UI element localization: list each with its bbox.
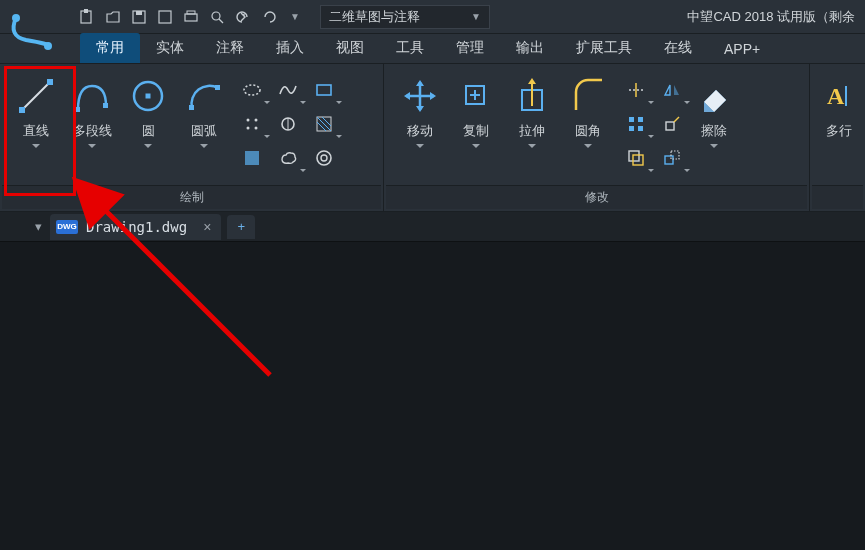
svg-rect-15 bbox=[103, 103, 108, 108]
doctab-list-dropdown[interactable]: ▾ bbox=[28, 219, 48, 234]
line-button[interactable]: 直线 bbox=[8, 70, 64, 148]
save-as-icon[interactable] bbox=[154, 6, 176, 28]
revcloud-icon[interactable] bbox=[274, 144, 302, 172]
svg-rect-21 bbox=[317, 85, 331, 95]
workspace-label: 二维草图与注释 bbox=[329, 8, 420, 26]
tab-view[interactable]: 视图 bbox=[320, 33, 380, 63]
donut-icon[interactable] bbox=[310, 144, 338, 172]
svg-rect-17 bbox=[146, 94, 151, 99]
dwg-file-icon: DWG bbox=[56, 220, 78, 234]
dropdown-indicator-icon bbox=[710, 144, 718, 148]
quick-access-toolbar: ▼ bbox=[76, 6, 306, 28]
dropdown-indicator-icon bbox=[200, 144, 208, 148]
fillet-button[interactable]: 圆角 bbox=[560, 70, 616, 148]
new-tab-button[interactable]: + bbox=[227, 215, 255, 239]
document-tab[interactable]: DWG Drawing1.dwg × bbox=[50, 214, 221, 240]
move-button[interactable]: 移动 bbox=[392, 70, 448, 148]
svg-point-22 bbox=[247, 119, 250, 122]
panel-draw: 直线 多段线 圆 bbox=[0, 64, 384, 211]
explode-icon[interactable] bbox=[658, 110, 686, 138]
svg-line-29 bbox=[322, 117, 331, 126]
stretch-label: 拉伸 bbox=[519, 122, 545, 140]
workspace-selector[interactable]: 二维草图与注释 ▼ bbox=[320, 5, 490, 29]
svg-rect-5 bbox=[136, 11, 142, 15]
tab-output[interactable]: 输出 bbox=[500, 33, 560, 63]
arc-icon bbox=[182, 74, 226, 118]
svg-rect-41 bbox=[638, 117, 643, 122]
modify-small-tools bbox=[622, 70, 686, 172]
svg-line-27 bbox=[317, 122, 326, 131]
line-label: 直线 bbox=[23, 122, 49, 140]
ellipse-icon[interactable] bbox=[238, 76, 266, 104]
circle-button[interactable]: 圆 bbox=[120, 70, 176, 148]
save-icon[interactable] bbox=[128, 6, 150, 28]
mtext-button[interactable]: A 多行 bbox=[816, 70, 861, 140]
svg-line-45 bbox=[674, 117, 679, 122]
ribbon-tab-strip: 常用 实体 注释 插入 视图 工具 管理 输出 扩展工具 在线 APP+ bbox=[0, 34, 865, 64]
svg-rect-6 bbox=[159, 11, 171, 23]
region-icon[interactable] bbox=[274, 110, 302, 138]
svg-rect-14 bbox=[75, 107, 80, 112]
erase-button[interactable]: 擦除 bbox=[686, 70, 742, 148]
svg-rect-48 bbox=[665, 156, 673, 164]
dropdown-indicator-icon bbox=[88, 144, 96, 148]
move-icon bbox=[398, 74, 442, 118]
tab-manage[interactable]: 管理 bbox=[440, 33, 500, 63]
arc-button[interactable]: 圆弧 bbox=[176, 70, 232, 148]
svg-point-25 bbox=[255, 127, 258, 130]
tab-online[interactable]: 在线 bbox=[648, 33, 708, 63]
stretch-button[interactable]: 拉伸 bbox=[504, 70, 560, 148]
svg-point-23 bbox=[255, 119, 258, 122]
copy-label: 复制 bbox=[463, 122, 489, 140]
app-logo[interactable] bbox=[2, 2, 62, 62]
gradient-icon[interactable] bbox=[238, 144, 266, 172]
eraser-icon bbox=[692, 74, 736, 118]
array-icon[interactable] bbox=[622, 110, 650, 138]
svg-rect-12 bbox=[19, 107, 25, 113]
dropdown-indicator-icon bbox=[32, 144, 40, 148]
tab-tools[interactable]: 工具 bbox=[380, 33, 440, 63]
trim-icon[interactable] bbox=[622, 76, 650, 104]
svg-rect-46 bbox=[629, 151, 639, 161]
redo-icon[interactable] bbox=[258, 6, 280, 28]
scale-icon[interactable] bbox=[658, 144, 686, 172]
preview-icon[interactable] bbox=[206, 6, 228, 28]
plot-icon[interactable] bbox=[180, 6, 202, 28]
open-file-icon[interactable] bbox=[102, 6, 124, 28]
fillet-label: 圆角 bbox=[575, 122, 601, 140]
mirror-icon[interactable] bbox=[658, 76, 686, 104]
copy-button[interactable]: 复制 bbox=[448, 70, 504, 148]
tab-common[interactable]: 常用 bbox=[80, 33, 140, 63]
offset-icon[interactable] bbox=[622, 144, 650, 172]
close-tab-icon[interactable]: × bbox=[203, 219, 211, 235]
tab-solid[interactable]: 实体 bbox=[140, 33, 200, 63]
dropdown-indicator-icon bbox=[584, 144, 592, 148]
svg-line-10 bbox=[219, 19, 223, 23]
tab-annotate[interactable]: 注释 bbox=[200, 33, 260, 63]
undo-icon[interactable] bbox=[232, 6, 254, 28]
draw-small-tools bbox=[238, 70, 338, 172]
drawing-canvas[interactable] bbox=[0, 242, 865, 550]
svg-point-20 bbox=[244, 85, 260, 95]
rectangle-icon[interactable] bbox=[310, 76, 338, 104]
svg-rect-49 bbox=[671, 151, 679, 159]
svg-line-11 bbox=[22, 82, 50, 110]
fillet-icon bbox=[566, 74, 610, 118]
tab-app[interactable]: APP+ bbox=[708, 35, 776, 63]
new-file-icon[interactable] bbox=[76, 6, 98, 28]
polyline-button[interactable]: 多段线 bbox=[64, 70, 120, 148]
tab-insert[interactable]: 插入 bbox=[260, 33, 320, 63]
svg-rect-43 bbox=[638, 126, 643, 131]
dropdown-indicator-icon bbox=[528, 144, 536, 148]
svg-rect-47 bbox=[633, 155, 643, 165]
polyline-icon bbox=[70, 74, 114, 118]
tab-extend[interactable]: 扩展工具 bbox=[560, 33, 648, 63]
point-icon[interactable] bbox=[238, 110, 266, 138]
qat-more-icon[interactable]: ▼ bbox=[284, 6, 306, 28]
hatch-icon[interactable] bbox=[310, 110, 338, 138]
plus-icon: + bbox=[238, 219, 246, 234]
dropdown-indicator-icon bbox=[472, 144, 480, 148]
spline-icon[interactable] bbox=[274, 76, 302, 104]
stretch-icon bbox=[510, 74, 554, 118]
svg-point-24 bbox=[247, 127, 250, 130]
